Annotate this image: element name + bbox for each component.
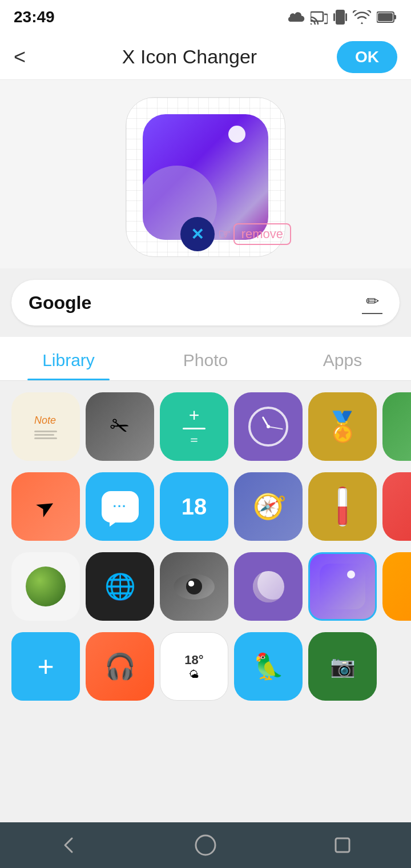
back-button[interactable]: < bbox=[14, 45, 42, 69]
svg-rect-7 bbox=[394, 15, 396, 19]
icon-weather[interactable]: 18° 🌤 bbox=[160, 632, 228, 701]
back-arrow-icon bbox=[58, 835, 79, 855]
vibrate-icon bbox=[333, 9, 347, 26]
icon-scissors[interactable]: ✂ bbox=[86, 392, 154, 461]
svg-point-8 bbox=[196, 835, 215, 855]
icon-send[interactable]: ➤ bbox=[11, 472, 80, 541]
icon-red-partial[interactable] bbox=[382, 472, 411, 541]
icon-row-4: + 🎧 18° 🌤 🦜 📷 bbox=[11, 632, 400, 701]
tabs-bar: Library Photo Apps bbox=[0, 337, 411, 381]
icon-globe[interactable]: 🌐 bbox=[86, 552, 154, 621]
svg-rect-2 bbox=[336, 10, 345, 25]
icon-18[interactable]: 18 bbox=[160, 472, 228, 541]
icon-row-2: ➤ 18 🧭 bbox=[11, 472, 400, 541]
status-icons bbox=[287, 9, 397, 26]
page-title: X Icon Changer bbox=[122, 46, 257, 68]
bottom-navigation bbox=[0, 822, 411, 868]
recent-apps-icon bbox=[332, 835, 353, 855]
home-circle-icon bbox=[194, 834, 217, 857]
icon-green-partial[interactable] bbox=[382, 392, 411, 461]
icon-moon[interactable] bbox=[234, 552, 303, 621]
app-name-edit-button[interactable]: ✏ bbox=[362, 292, 382, 314]
battery-icon bbox=[377, 11, 397, 23]
tab-apps[interactable]: Apps bbox=[274, 337, 411, 380]
preview-area: ☞ remove bbox=[0, 80, 411, 268]
svg-rect-4 bbox=[345, 13, 347, 21]
app-name-bar[interactable]: Google ✏ bbox=[11, 280, 400, 326]
icon-medal[interactable]: 🏅 bbox=[308, 392, 377, 461]
add-plus-icon: + bbox=[37, 652, 54, 681]
icon-eye[interactable] bbox=[160, 552, 228, 621]
tab-library[interactable]: Library bbox=[0, 337, 137, 380]
icon-parrot[interactable]: 🦜 bbox=[234, 632, 303, 701]
svg-rect-3 bbox=[333, 13, 335, 21]
remove-hand-icon: ☞ bbox=[218, 226, 231, 243]
svg-point-1 bbox=[311, 23, 312, 25]
app-name-text: Google bbox=[29, 292, 91, 314]
cloud-icon bbox=[287, 11, 305, 23]
ok-button[interactable]: OK bbox=[337, 41, 397, 73]
icon-compass[interactable]: 🧭 bbox=[234, 472, 303, 541]
icon-row-1: Note ✂ + ＝ 🏅 bbox=[11, 392, 400, 461]
remove-label-wrapper: ☞ remove bbox=[218, 223, 291, 245]
icon-chat[interactable] bbox=[86, 472, 154, 541]
remove-label[interactable]: remove bbox=[233, 223, 291, 245]
remove-x-button[interactable] bbox=[180, 217, 215, 251]
status-bar: 23:49 bbox=[0, 0, 411, 34]
nav-recent-button[interactable] bbox=[325, 828, 360, 862]
icon-clock[interactable] bbox=[234, 392, 303, 461]
icon-calc[interactable]: + ＝ bbox=[160, 392, 228, 461]
nav-back-button[interactable] bbox=[51, 828, 86, 862]
icon-gold-partial[interactable] bbox=[382, 552, 411, 621]
wifi-icon bbox=[353, 10, 371, 24]
icon-thermometer[interactable] bbox=[308, 472, 377, 541]
icon-selected[interactable] bbox=[308, 552, 377, 621]
icon-grid: Note ✂ + ＝ 🏅 bbox=[0, 381, 411, 724]
icon-camera[interactable]: 📷 bbox=[308, 632, 377, 701]
edit-underline bbox=[362, 313, 382, 314]
icon-row-3: 🌐 bbox=[11, 552, 400, 621]
icon-headphone[interactable]: 🎧 bbox=[86, 632, 154, 701]
add-icon-button[interactable]: + bbox=[11, 632, 80, 701]
icon-note[interactable]: Note bbox=[11, 392, 80, 461]
svg-rect-6 bbox=[378, 13, 393, 21]
icon-ball[interactable] bbox=[11, 552, 80, 621]
nav-home-button[interactable] bbox=[188, 828, 223, 862]
tab-photo[interactable]: Photo bbox=[137, 337, 274, 380]
remove-badge[interactable]: ☞ remove bbox=[180, 217, 291, 251]
icon-preview-wrapper: ☞ remove bbox=[126, 97, 285, 257]
pencil-icon: ✏ bbox=[366, 292, 379, 311]
svg-rect-9 bbox=[336, 838, 349, 852]
status-time: 23:49 bbox=[14, 8, 55, 26]
header: < X Icon Changer OK bbox=[0, 34, 411, 80]
cast-icon bbox=[311, 10, 328, 25]
